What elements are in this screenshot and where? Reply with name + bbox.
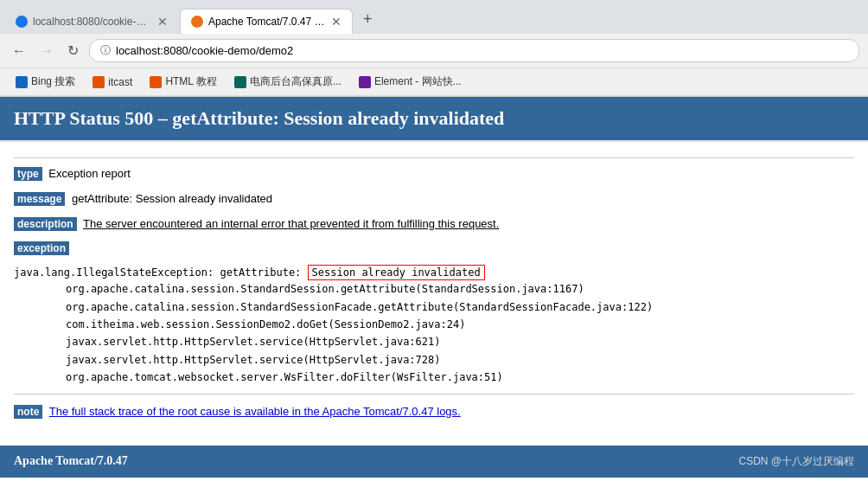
bookmark-itcast-label: itcast [108,76,132,88]
bookmark-bing-label: Bing 搜索 [31,74,75,89]
lock-icon: ⓘ [100,43,111,58]
stack-line-5: javax.servlet.http.HttpServlet.service(H… [66,351,854,369]
ecommerce-icon [234,76,246,88]
browser-chrome: localhost:8080/cookie-demo/c... ✕ Apache… [0,0,868,97]
bookmark-html-label: HTML 教程 [165,74,217,89]
address-field[interactable]: ⓘ localhost:8080/cookie-demo/demo2 [89,39,859,62]
message-value: getAttribute: Session already invalidate… [72,192,272,205]
note-row: note The full stack trace of the root ca… [14,405,854,418]
footer-left: Apache Tomcat/7.0.47 [14,454,128,468]
stack-line-4: javax.servlet.http.HttpServlet.service(H… [66,333,854,350]
tab2-favicon [191,16,203,28]
tab2-close[interactable]: ✕ [331,15,341,29]
itcast-icon [93,76,105,88]
exception-box: java.lang.IllegalStateException: getAttr… [14,265,854,386]
type-label: type [14,167,42,181]
address-text: localhost:8080/cookie-demo/demo2 [116,44,293,57]
stack-line-2: org.apache.catalina.session.StandardSess… [66,298,854,316]
type-row: type Exception report [14,165,854,183]
bookmark-element[interactable]: Element - 网站快... [352,72,469,92]
type-value: Exception report [48,167,131,180]
refresh-button[interactable]: ↻ [64,41,82,61]
description-row: description The server encountered an in… [14,215,854,234]
exception-main-line: java.lang.IllegalStateException: getAttr… [14,265,854,280]
tab1-label: localhost:8080/cookie-demo/c... [33,16,152,28]
page-footer: Apache Tomcat/7.0.47 CSDN @十八岁过厌编程 [0,446,868,478]
forward-button[interactable]: → [36,42,57,61]
note-label: note [14,405,42,419]
bookmark-element-label: Element - 网站快... [374,74,462,89]
description-label: description [14,217,77,231]
message-label: message [14,192,65,206]
exception-label-row: exception [14,240,854,258]
stack-line-3: com.itheima.web.session.SessionDemo2.doG… [66,316,854,333]
bookmarks-bar: Bing 搜索 itcast HTML 教程 电商后台高保真原... Eleme… [0,68,868,96]
tab2-label: Apache Tomcat/7.0.47 - Error [208,16,326,28]
page-content: HTTP Status 500 – getAttribute: Session … [0,97,868,478]
tab1-favicon [16,16,28,28]
tab-1[interactable]: localhost:8080/cookie-demo/c... ✕ [5,10,178,34]
message-row: message getAttribute: Session already in… [14,190,854,209]
html-icon [150,76,162,88]
divider-bottom [14,394,854,395]
element-icon [359,76,371,88]
stack-line-6: org.apache.tomcat.websocket.server.WsFil… [66,369,854,386]
new-tab-button[interactable]: + [354,5,381,34]
http-status-header: HTTP Status 500 – getAttribute: Session … [0,97,868,142]
note-value: The full stack trace of the root cause i… [49,405,461,418]
stack-trace: org.apache.catalina.session.StandardSess… [66,280,854,386]
address-bar: ← → ↻ ⓘ localhost:8080/cookie-demo/demo2 [0,34,868,68]
footer-right: CSDN @十八岁过厌编程 [738,454,854,469]
bookmark-ecommerce[interactable]: 电商后台高保真原... [227,72,348,92]
bookmark-bing[interactable]: Bing 搜索 [9,72,82,92]
tab1-close[interactable]: ✕ [157,15,168,29]
bing-icon [16,76,28,88]
content-area: type Exception report message getAttribu… [0,142,868,437]
divider-top [14,157,854,158]
bookmark-ecommerce-label: 电商后台高保真原... [250,74,341,89]
stack-line-1: org.apache.catalina.session.StandardSess… [66,280,854,298]
back-button[interactable]: ← [9,42,29,61]
note-link[interactable]: The full stack trace of the root cause i… [49,405,461,418]
http-status-title: HTTP Status 500 – getAttribute: Session … [14,107,504,129]
tab-2[interactable]: Apache Tomcat/7.0.47 - Error ✕ [180,9,353,34]
bookmark-html[interactable]: HTML 教程 [143,72,224,92]
tab-bar: localhost:8080/cookie-demo/c... ✕ Apache… [0,0,868,34]
session-highlighted-text: Session already invalidated [308,265,485,280]
exception-label: exception [14,241,69,255]
description-value: The server encountered an internal error… [83,217,499,230]
bookmark-itcast[interactable]: itcast [86,74,139,91]
exception-prefix: java.lang.IllegalStateException: getAttr… [14,266,301,279]
